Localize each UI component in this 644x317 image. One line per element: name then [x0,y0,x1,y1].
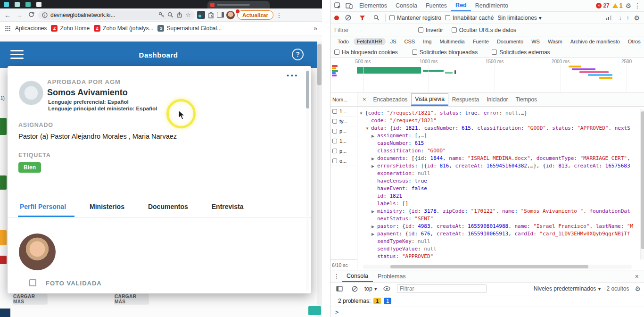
detail-tab[interactable]: Vista previa [411,93,448,106]
expand-arrow-icon[interactable]: ▶ [372,155,377,163]
collapse-arrow-icon[interactable]: ▼ [365,125,371,133]
scroll-thumb[interactable] [641,111,644,249]
request-row[interactable]: p... [330,146,357,156]
json-row[interactable]: exoneration: null [357,170,636,177]
filter-chip[interactable]: WS [528,38,543,45]
json-row[interactable]: haveEvent: false [357,185,636,192]
site-info-icon[interactable] [42,12,48,18]
detail-tab[interactable]: Encabezados [370,94,412,105]
pinned-tab-favicon[interactable] [15,2,20,7]
third-party-checkbox[interactable] [492,50,497,55]
network-filter-input[interactable] [334,27,410,33]
bookmark-star-icon[interactable]: ☆ [185,11,191,18]
card-tab[interactable]: Entrevista [212,203,244,216]
request-checkbox[interactable] [332,149,337,153]
bookmark-item-zoho-home[interactable]: Z Zoho Home [51,25,90,32]
cast-extension-icon[interactable] [197,11,205,19]
json-row[interactable]: ▶documents: [{id: 1844, name: "ISRAEL ME… [357,155,636,162]
expand-arrow-icon[interactable]: ▶ [372,163,377,170]
refresh-button[interactable] [26,10,36,20]
json-row[interactable]: labels: [] [357,200,636,208]
blocked-cookies-checkbox[interactable] [334,50,339,55]
apps-grid-icon[interactable] [5,25,11,32]
card-tab[interactable]: Perfil Personal [20,203,66,216]
detail-tab[interactable]: Respuesta [448,94,483,105]
log-levels-select[interactable]: Niveles predeterminados ▾ [534,285,601,292]
extensions-puzzle-icon[interactable] [207,11,215,18]
filter-chip[interactable]: Fuente [470,38,492,45]
console-drawer-tab[interactable]: Problemas [373,270,411,282]
request-checkbox[interactable] [332,158,337,163]
request-checkbox[interactable] [332,129,337,133]
filter-funnel-icon[interactable] [357,15,367,21]
close-drawer-icon[interactable]: × [632,273,642,280]
settings-gear-icon[interactable]: ⚙ [625,2,631,9]
console-filter-input[interactable] [397,284,487,293]
filter-chip[interactable]: CSS [401,38,419,45]
devtools-tab-consola[interactable]: Consola [391,0,421,11]
scroll-thumb[interactable] [306,71,309,108]
json-row[interactable]: id: 1821 [357,192,636,200]
clear-network-icon[interactable] [343,15,353,21]
network-conditions-icon[interactable] [603,15,614,20]
filter-chip[interactable]: Todo [334,38,352,45]
filter-chip[interactable]: Fetch/XHR [354,38,386,45]
card-menu-icon[interactable]: ••• [287,72,299,79]
inspect-icon[interactable] [332,2,343,9]
forward-button[interactable]: → [15,10,24,20]
frame-select[interactable]: top ▾ [364,285,377,292]
update-chrome-button[interactable]: Actualizar [237,10,273,20]
console-settings-gear-icon[interactable]: ⚙ [635,285,641,292]
share-icon[interactable] [176,12,182,18]
devtools-tab-elementos[interactable]: Elementos [355,0,391,11]
load-more-button[interactable]: CARGAR MÁS [13,294,47,304]
request-row[interactable]: p... [330,126,357,136]
json-row[interactable]: sendTypeKey: null [357,238,636,245]
omnibox[interactable]: devnewglobalnetwork.ki... ☆ [38,10,195,20]
json-row[interactable]: caseNumber: 615 [357,140,636,147]
devtools-tab-fuentes[interactable]: Fuentes [421,0,451,11]
bookmark-item-zoho-mail[interactable]: Z Zoho Mail (johalys... [94,25,153,32]
json-row[interactable]: ▶pastor: {id: 4983, createAt: 1655908014… [357,223,636,230]
drawer-menu-icon[interactable]: ⋮ [333,273,340,280]
hide-data-urls-checkbox[interactable] [452,27,457,33]
json-row[interactable]: ▼data: {id: 1821, caseNumber: 615, class… [357,125,636,132]
json-row[interactable]: sendTypeValue: null [357,245,636,253]
json-row[interactable]: ▶assignment: [,…] [357,132,636,140]
pinned-tab-favicon[interactable] [4,2,9,7]
error-badge[interactable]: × 27 [596,2,609,9]
filter-chip[interactable]: Archivo de manifiesto [567,38,623,45]
card-tab[interactable]: Documentos [148,203,188,216]
json-row[interactable]: ▶errorsFields: [{id: 816, createAt: 1659… [357,162,636,170]
device-toolbar-icon[interactable] [344,2,354,9]
devtools-menu-icon[interactable]: ⋮ [634,2,641,9]
load-more-button[interactable]: CARGAR MÁS [115,294,149,304]
clear-console-icon[interactable] [349,286,360,292]
console-drawer-tab[interactable]: Consola [342,270,373,282]
console-prompt-row[interactable]: > [330,307,644,317]
bookmarks-overflow-icon[interactable]: » [314,25,317,32]
json-row[interactable]: status: "APPROVED" [357,253,636,259]
request-checkbox[interactable] [332,109,337,114]
request-checkbox[interactable] [332,139,337,143]
expand-arrow-icon[interactable]: ▶ [372,223,377,231]
live-expression-eye-icon[interactable] [382,286,392,291]
request-row[interactable]: o... [330,156,357,166]
photo-checkbox[interactable] [29,279,36,286]
profile-avatar[interactable] [226,11,235,19]
scroll-thumb[interactable] [317,44,322,85]
throttling-select[interactable]: Sin limitaciones ▾ [497,15,541,21]
filter-chip[interactable]: Wasm [545,38,566,45]
card-scrollbar[interactable] [306,69,309,291]
filter-chip[interactable]: Img [420,38,435,45]
page-hscroll-thumb[interactable] [308,306,321,315]
request-row[interactable]: 1... [330,107,357,117]
name-column-header[interactable]: Nom... [330,92,357,107]
keep-log-checkbox[interactable] [389,15,395,20]
detail-tab[interactable]: Tiempos [512,94,541,105]
disable-cache-checkbox[interactable] [445,15,450,20]
network-search-icon[interactable] [371,15,381,21]
preview-vscrollbar[interactable] [640,109,644,259]
request-row[interactable]: 1... [330,136,357,146]
bookmark-apps[interactable]: Aplicaciones [15,25,47,32]
